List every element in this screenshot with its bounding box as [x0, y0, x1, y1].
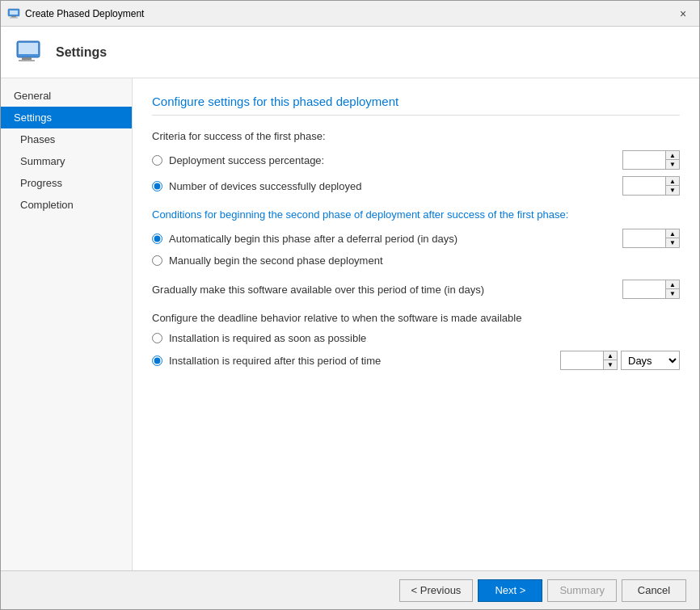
devices-deployed-input[interactable]: 1: [623, 177, 665, 195]
deployment-success-label: Deployment success percentage:: [169, 154, 616, 166]
svg-rect-7: [19, 60, 35, 61]
deployment-success-input[interactable]: 95: [623, 151, 665, 169]
gradual-row: Gradually make this software available o…: [152, 280, 680, 299]
window-icon: [7, 7, 20, 20]
install-asap-radio[interactable]: [152, 333, 162, 343]
sidebar-item-general[interactable]: General: [1, 85, 132, 107]
devices-deployed-label: Number of devices successfully deployed: [169, 180, 616, 192]
auto-begin-radio[interactable]: [152, 233, 162, 244]
deployment-success-spinbox: 95 ▲ ▼: [622, 150, 680, 170]
auto-begin-row: Automatically begin this phase after a d…: [152, 229, 680, 248]
footer: < Previous Next > Summary Cancel: [1, 570, 699, 609]
install-asap-row: Installation is required as soon as poss…: [152, 332, 680, 344]
conditions-label: Conditions for beginning the second phas…: [152, 208, 680, 221]
manual-begin-row: Manually begin the second phase deployme…: [152, 255, 680, 267]
header-area: Settings: [1, 27, 699, 78]
gradual-down[interactable]: ▼: [666, 289, 679, 298]
auto-begin-down[interactable]: ▼: [666, 238, 679, 247]
install-period-spinbox-btns: ▲ ▼: [603, 351, 617, 369]
auto-begin-spinbox-btns: ▲ ▼: [665, 229, 679, 247]
install-period-controls: 7 ▲ ▼ Days Weeks Months: [560, 351, 680, 370]
deadline-section: Configure the deadline behavior relative…: [152, 312, 680, 370]
sidebar-item-phases[interactable]: Phases: [1, 128, 132, 150]
svg-rect-6: [22, 57, 32, 60]
deadline-label: Configure the deadline behavior relative…: [152, 312, 680, 324]
gradual-input[interactable]: 0: [623, 280, 665, 298]
main-window: Create Phased Deployment × Settings Gene…: [0, 0, 700, 610]
sidebar-item-settings[interactable]: Settings: [1, 107, 132, 128]
manual-begin-radio[interactable]: [152, 255, 162, 266]
deployment-success-spinbox-btns: ▲ ▼: [665, 151, 679, 169]
next-button[interactable]: Next >: [478, 579, 542, 602]
conditions-section: Conditions for beginning the second phas…: [152, 208, 680, 267]
svg-rect-5: [19, 43, 38, 54]
summary-button[interactable]: Summary: [547, 579, 617, 602]
manual-begin-label: Manually begin the second phase deployme…: [169, 255, 680, 267]
criteria-label: Criteria for success of the first phase:: [152, 130, 680, 142]
deployment-success-radio[interactable]: [152, 155, 162, 166]
sidebar-item-summary[interactable]: Summary: [1, 150, 132, 172]
cancel-button[interactable]: Cancel: [622, 579, 686, 602]
install-period-row: Installation is required after this peri…: [152, 351, 680, 370]
deployment-success-row: Deployment success percentage: 95 ▲ ▼: [152, 150, 680, 170]
install-asap-label: Installation is required as soon as poss…: [169, 332, 680, 344]
gradual-spinbox: 0 ▲ ▼: [622, 280, 680, 299]
install-period-radio[interactable]: [152, 355, 162, 366]
main-content: Configure settings for this phased deplo…: [133, 78, 699, 570]
sidebar-item-completion[interactable]: Completion: [1, 194, 132, 216]
deployment-success-up[interactable]: ▲: [666, 151, 679, 160]
gradual-up[interactable]: ▲: [666, 280, 679, 289]
window-title: Create Phased Deployment: [25, 8, 144, 19]
devices-deployed-radio[interactable]: [152, 181, 162, 191]
install-period-spinbox: 7 ▲ ▼: [560, 351, 618, 370]
svg-rect-3: [10, 17, 18, 18]
install-period-unit-select[interactable]: Days Weeks Months: [621, 351, 680, 370]
title-bar-left: Create Phased Deployment: [7, 7, 144, 20]
auto-begin-spinbox: 1 ▲ ▼: [622, 229, 680, 248]
install-period-up[interactable]: ▲: [604, 351, 617, 360]
content-area: General Settings Phases Summary Progress…: [1, 78, 699, 570]
settings-icon: [14, 36, 46, 69]
gradual-label: Gradually make this software available o…: [152, 284, 616, 296]
install-period-down[interactable]: ▼: [604, 360, 617, 369]
close-button[interactable]: ×: [673, 4, 693, 23]
previous-button[interactable]: < Previous: [399, 579, 474, 602]
devices-deployed-spinbox: 1 ▲ ▼: [622, 176, 680, 196]
auto-begin-up[interactable]: ▲: [666, 229, 679, 238]
deployment-success-down[interactable]: ▼: [666, 160, 679, 169]
title-bar: Create Phased Deployment ×: [1, 1, 699, 27]
install-period-label: Installation is required after this peri…: [169, 355, 554, 367]
devices-deployed-down[interactable]: ▼: [666, 186, 679, 195]
svg-rect-1: [10, 11, 18, 15]
devices-deployed-up[interactable]: ▲: [666, 177, 679, 186]
header-title: Settings: [56, 45, 107, 60]
sidebar: General Settings Phases Summary Progress…: [1, 78, 133, 570]
gradual-spinbox-btns: ▲ ▼: [665, 280, 679, 298]
section-title: Configure settings for this phased deplo…: [152, 95, 680, 116]
devices-deployed-row: Number of devices successfully deployed …: [152, 176, 680, 196]
install-period-input[interactable]: 7: [561, 351, 603, 369]
auto-begin-input[interactable]: 1: [623, 229, 665, 247]
sidebar-item-progress[interactable]: Progress: [1, 172, 132, 194]
devices-deployed-spinbox-btns: ▲ ▼: [665, 177, 679, 195]
svg-rect-2: [11, 16, 16, 18]
auto-begin-label: Automatically begin this phase after a d…: [169, 233, 616, 245]
